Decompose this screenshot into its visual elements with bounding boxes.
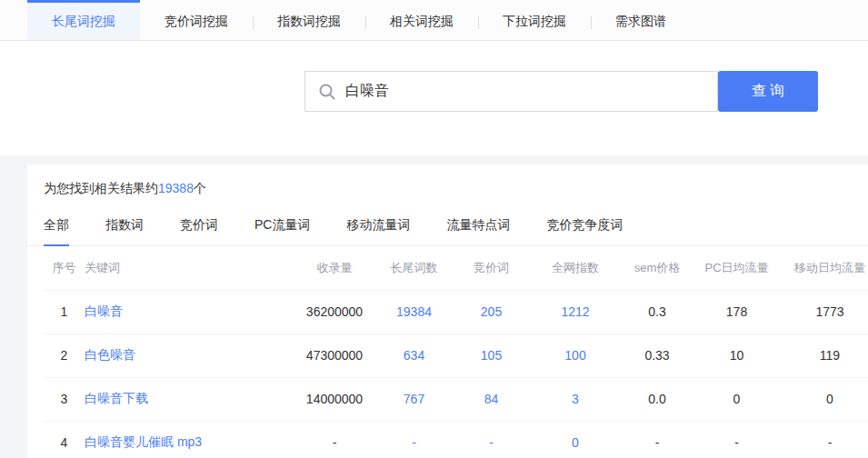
- cell-index: 1: [44, 290, 85, 334]
- filter-mobile-traffic-words[interactable]: 移动流量词: [346, 217, 410, 245]
- header-index: 序号: [44, 246, 85, 290]
- header-keyword: 关键词: [85, 246, 294, 290]
- cell-inclusion: 36200000: [294, 290, 375, 334]
- filter-all[interactable]: 全部: [44, 217, 69, 245]
- cell-pc-traffic: 178: [693, 290, 780, 334]
- table-row: 2 白色噪音 47300000 634 105 100 0.33 10 119: [44, 334, 868, 377]
- tab-label: 需求图谱: [615, 14, 666, 30]
- filter-tab-bar: 全部 指数词 竞价词 PC流量词 移动流量词 流量特点词 竞价竞争度词: [27, 217, 868, 246]
- summary-prefix: 为您找到相关结果约: [44, 181, 158, 195]
- summary-suffix: 个: [194, 181, 206, 195]
- filter-bidding-words[interactable]: 竞价词: [180, 217, 218, 245]
- tab-longtail-words[interactable]: 长尾词挖掘: [27, 0, 140, 40]
- tab-demand-graph[interactable]: 需求图谱: [591, 0, 691, 40]
- cell-pc-traffic: 0: [693, 377, 780, 421]
- keyword-table: 序号 关键词 收录量 长尾词数 竞价词 全网指数 sem价格 PC日均流量 移动…: [44, 246, 868, 458]
- results-count: 19388: [158, 181, 194, 195]
- cell-keyword[interactable]: 白噪音下载: [85, 377, 294, 421]
- search-icon: [318, 83, 336, 101]
- table-row: 1 白噪音 36200000 19384 205 1212 0.3 178 17…: [44, 290, 868, 334]
- cell-longtail-count[interactable]: 634: [375, 334, 453, 377]
- search-box[interactable]: [304, 71, 718, 112]
- filter-bid-competition-words[interactable]: 竞价竞争度词: [546, 217, 623, 245]
- results-card: 为您找到相关结果约19388个 全部 指数词 竞价词 PC流量词 移动流量词 流…: [27, 164, 868, 458]
- table-header-row: 序号 关键词 收录量 长尾词数 竞价词 全网指数 sem价格 PC日均流量 移动…: [44, 246, 868, 290]
- table-row: 3 白噪音下载 14000000 767 84 3 0.0 0 0: [44, 377, 868, 421]
- cell-overall-index[interactable]: 100: [530, 334, 621, 377]
- tab-label: 长尾词挖掘: [52, 14, 115, 30]
- filter-index-words[interactable]: 指数词: [105, 217, 144, 245]
- header-sem-price: sem价格: [621, 246, 693, 290]
- tab-label: 指数词挖掘: [277, 14, 341, 30]
- cell-keyword[interactable]: 白色噪音: [85, 334, 294, 377]
- tab-index-words[interactable]: 指数词挖掘: [253, 0, 365, 40]
- cell-bid-words[interactable]: 205: [453, 290, 530, 334]
- tab-label: 相关词挖掘: [390, 14, 454, 30]
- header-overall-index: 全网指数: [530, 246, 621, 290]
- cell-overall-index[interactable]: 1212: [530, 290, 621, 334]
- cell-bid-words[interactable]: 105: [453, 334, 530, 377]
- header-mobile-daily-traffic: 移动日均流量: [780, 246, 868, 290]
- cell-inclusion: -: [294, 421, 375, 458]
- cell-keyword[interactable]: 白噪音婴儿催眠 mp3: [85, 421, 294, 458]
- cell-sem-price: 0.0: [621, 377, 693, 421]
- cell-mobile-traffic: 1773: [780, 290, 868, 334]
- table-row: 4 白噪音婴儿催眠 mp3 - - - 0 - - -: [44, 421, 868, 458]
- cell-sem-price: -: [621, 421, 693, 458]
- cell-inclusion: 47300000: [294, 334, 375, 377]
- cell-pc-traffic: 10: [693, 334, 780, 377]
- cell-longtail-count[interactable]: 767: [375, 377, 453, 421]
- cell-pc-traffic: -: [693, 421, 780, 458]
- cell-inclusion: 14000000: [294, 377, 375, 421]
- results-summary: 为您找到相关结果约19388个: [27, 164, 868, 197]
- cell-index: 4: [44, 421, 85, 458]
- filter-pc-traffic-words[interactable]: PC流量词: [254, 217, 310, 245]
- tab-dropdown-words[interactable]: 下拉词挖掘: [478, 0, 591, 40]
- cell-overall-index[interactable]: 3: [530, 377, 621, 421]
- top-tab-bar: 长尾词挖掘 竞价词挖掘 指数词挖掘 相关词挖掘 下拉词挖掘 需求图谱: [0, 0, 868, 41]
- header-pc-daily-traffic: PC日均流量: [693, 246, 780, 290]
- tab-related-words[interactable]: 相关词挖掘: [365, 0, 478, 40]
- cell-sem-price: 0.3: [621, 290, 693, 334]
- header-inclusion: 收录量: [294, 246, 375, 290]
- filter-traffic-feature-words[interactable]: 流量特点词: [446, 217, 510, 245]
- tab-bidding-words[interactable]: 竞价词挖掘: [140, 0, 253, 40]
- cell-index: 2: [44, 334, 85, 377]
- header-longtail-count: 长尾词数: [375, 246, 453, 290]
- cell-sem-price: 0.33: [621, 334, 693, 377]
- tab-label: 下拉词挖掘: [503, 14, 566, 30]
- search-section: 查 询: [0, 41, 868, 155]
- cell-bid-words[interactable]: 84: [453, 377, 530, 421]
- cell-index: 3: [44, 377, 85, 421]
- search-input[interactable]: [345, 84, 691, 100]
- header-bid-words: 竞价词: [453, 246, 530, 290]
- cell-mobile-traffic: 119: [780, 334, 868, 377]
- cell-bid-words[interactable]: -: [453, 421, 530, 458]
- cell-mobile-traffic: -: [780, 421, 868, 458]
- cell-overall-index[interactable]: 0: [530, 421, 621, 458]
- cell-longtail-count[interactable]: 19384: [375, 290, 453, 334]
- cell-keyword[interactable]: 白噪音: [85, 290, 294, 334]
- query-button[interactable]: 查 询: [718, 71, 818, 112]
- cell-longtail-count[interactable]: -: [375, 421, 453, 458]
- cell-mobile-traffic: 0: [780, 377, 868, 421]
- tab-label: 竞价词挖掘: [165, 14, 228, 30]
